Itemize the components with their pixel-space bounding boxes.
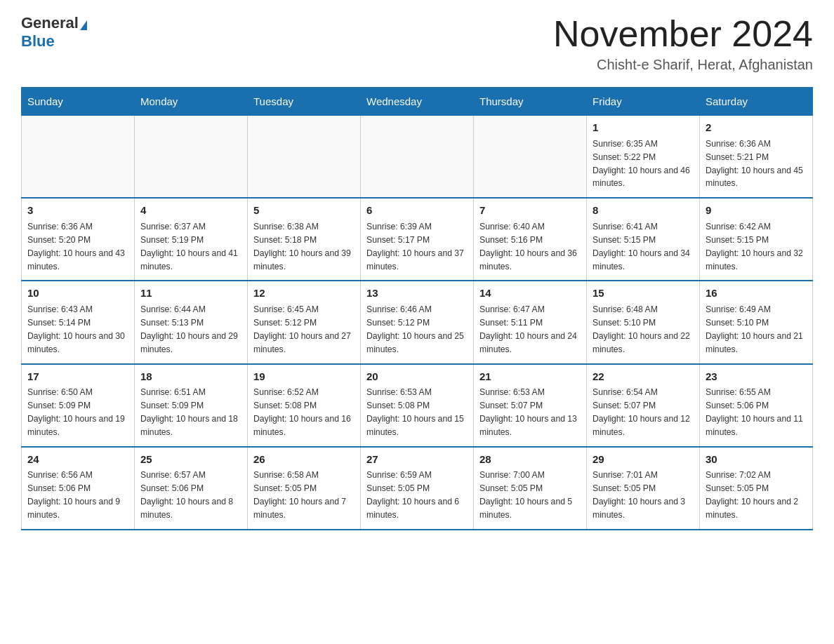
sun-info: Sunrise: 6:36 AMSunset: 5:20 PMDaylight:… (27, 220, 128, 274)
calendar-cell: 18Sunrise: 6:51 AMSunset: 5:09 PMDayligh… (135, 364, 248, 447)
day-number: 8 (593, 203, 694, 219)
page-header: General Blue November 2024 Chisht-e Shar… (21, 14, 813, 73)
sun-info: Sunrise: 6:54 AMSunset: 5:07 PMDaylight:… (593, 386, 694, 439)
calendar-cell: 14Sunrise: 6:47 AMSunset: 5:11 PMDayligh… (474, 281, 587, 363)
calendar-cell: 23Sunrise: 6:55 AMSunset: 5:06 PMDayligh… (700, 364, 813, 447)
sun-info: Sunrise: 7:00 AMSunset: 5:05 PMDaylight:… (479, 469, 581, 522)
day-header-tuesday: Tuesday (248, 88, 361, 115)
calendar-week-row: 1Sunrise: 6:35 AMSunset: 5:22 PMDaylight… (22, 115, 813, 198)
sun-info: Sunrise: 6:44 AMSunset: 5:13 PMDaylight:… (140, 303, 241, 356)
calendar-cell (361, 115, 474, 198)
sun-info: Sunrise: 6:58 AMSunset: 5:05 PMDaylight:… (253, 469, 355, 522)
location-text: Chisht-e Sharif, Herat, Afghanistan (553, 57, 813, 73)
sun-info: Sunrise: 6:50 AMSunset: 5:09 PMDaylight:… (27, 386, 128, 439)
sun-info: Sunrise: 6:35 AMSunset: 5:22 PMDaylight:… (593, 137, 694, 191)
calendar-cell (22, 115, 135, 198)
sun-info: Sunrise: 6:41 AMSunset: 5:15 PMDaylight:… (593, 220, 694, 274)
calendar-cell: 2Sunrise: 6:36 AMSunset: 5:21 PMDaylight… (700, 115, 813, 198)
day-number: 27 (366, 452, 468, 468)
calendar-cell: 16Sunrise: 6:49 AMSunset: 5:10 PMDayligh… (700, 281, 813, 363)
calendar-header-row: SundayMondayTuesdayWednesdayThursdayFrid… (22, 88, 813, 115)
calendar-cell: 3Sunrise: 6:36 AMSunset: 5:20 PMDaylight… (22, 198, 135, 281)
day-header-monday: Monday (135, 88, 248, 115)
logo-general-text: General (21, 14, 79, 32)
day-number: 11 (140, 286, 241, 302)
day-header-friday: Friday (587, 88, 700, 115)
calendar-cell: 15Sunrise: 6:48 AMSunset: 5:10 PMDayligh… (587, 281, 700, 363)
calendar-cell: 25Sunrise: 6:57 AMSunset: 5:06 PMDayligh… (135, 447, 248, 530)
day-number: 2 (706, 120, 807, 136)
logo-line1: General (21, 14, 87, 32)
logo-blue-text: Blue (21, 32, 55, 50)
day-number: 25 (140, 452, 241, 468)
calendar-cell: 4Sunrise: 6:37 AMSunset: 5:19 PMDaylight… (135, 198, 248, 281)
calendar-cell: 1Sunrise: 6:35 AMSunset: 5:22 PMDaylight… (587, 115, 700, 198)
sun-info: Sunrise: 7:02 AMSunset: 5:05 PMDaylight:… (706, 469, 807, 522)
sun-info: Sunrise: 6:53 AMSunset: 5:08 PMDaylight:… (366, 386, 468, 439)
day-header-thursday: Thursday (474, 88, 587, 115)
calendar-cell (474, 115, 587, 198)
calendar-cell (135, 115, 248, 198)
calendar-week-row: 17Sunrise: 6:50 AMSunset: 5:09 PMDayligh… (22, 364, 813, 447)
sun-info: Sunrise: 6:55 AMSunset: 5:06 PMDaylight:… (706, 386, 807, 439)
day-number: 14 (479, 286, 581, 302)
logo-triangle-icon (80, 20, 87, 30)
sun-info: Sunrise: 6:46 AMSunset: 5:12 PMDaylight:… (366, 303, 468, 356)
calendar-cell: 6Sunrise: 6:39 AMSunset: 5:17 PMDaylight… (361, 198, 474, 281)
sun-info: Sunrise: 6:56 AMSunset: 5:06 PMDaylight:… (27, 469, 128, 522)
day-number: 16 (706, 286, 807, 302)
day-number: 17 (27, 369, 128, 385)
calendar-cell: 12Sunrise: 6:45 AMSunset: 5:12 PMDayligh… (248, 281, 361, 363)
day-number: 9 (706, 203, 807, 219)
calendar-week-row: 3Sunrise: 6:36 AMSunset: 5:20 PMDaylight… (22, 198, 813, 281)
calendar-cell: 17Sunrise: 6:50 AMSunset: 5:09 PMDayligh… (22, 364, 135, 447)
day-number: 4 (140, 203, 241, 219)
day-number: 10 (27, 286, 128, 302)
day-number: 23 (706, 369, 807, 385)
sun-info: Sunrise: 6:43 AMSunset: 5:14 PMDaylight:… (27, 303, 128, 356)
calendar-cell: 29Sunrise: 7:01 AMSunset: 5:05 PMDayligh… (587, 447, 700, 530)
calendar-cell: 9Sunrise: 6:42 AMSunset: 5:15 PMDaylight… (700, 198, 813, 281)
day-number: 26 (253, 452, 355, 468)
calendar-cell: 13Sunrise: 6:46 AMSunset: 5:12 PMDayligh… (361, 281, 474, 363)
sun-info: Sunrise: 6:59 AMSunset: 5:05 PMDaylight:… (366, 469, 468, 522)
day-number: 29 (593, 452, 694, 468)
day-header-sunday: Sunday (22, 88, 135, 115)
sun-info: Sunrise: 6:45 AMSunset: 5:12 PMDaylight:… (253, 303, 355, 356)
sun-info: Sunrise: 6:51 AMSunset: 5:09 PMDaylight:… (140, 386, 241, 439)
sun-info: Sunrise: 6:48 AMSunset: 5:10 PMDaylight:… (593, 303, 694, 356)
calendar-cell: 28Sunrise: 7:00 AMSunset: 5:05 PMDayligh… (474, 447, 587, 530)
calendar-cell: 7Sunrise: 6:40 AMSunset: 5:16 PMDaylight… (474, 198, 587, 281)
day-number: 7 (479, 203, 581, 219)
calendar-cell: 22Sunrise: 6:54 AMSunset: 5:07 PMDayligh… (587, 364, 700, 447)
day-number: 13 (366, 286, 468, 302)
day-number: 28 (479, 452, 581, 468)
day-number: 24 (27, 452, 128, 468)
day-number: 6 (366, 203, 468, 219)
calendar-cell: 24Sunrise: 6:56 AMSunset: 5:06 PMDayligh… (22, 447, 135, 530)
sun-info: Sunrise: 6:47 AMSunset: 5:11 PMDaylight:… (479, 303, 581, 356)
day-number: 1 (593, 120, 694, 136)
sun-info: Sunrise: 6:40 AMSunset: 5:16 PMDaylight:… (479, 220, 581, 274)
sun-info: Sunrise: 6:57 AMSunset: 5:06 PMDaylight:… (140, 469, 241, 522)
sun-info: Sunrise: 6:49 AMSunset: 5:10 PMDaylight:… (706, 303, 807, 356)
day-number: 15 (593, 286, 694, 302)
day-number: 3 (27, 203, 128, 219)
day-number: 30 (706, 452, 807, 468)
day-number: 21 (479, 369, 581, 385)
sun-info: Sunrise: 6:38 AMSunset: 5:18 PMDaylight:… (253, 220, 355, 274)
calendar-week-row: 10Sunrise: 6:43 AMSunset: 5:14 PMDayligh… (22, 281, 813, 363)
sun-info: Sunrise: 7:01 AMSunset: 5:05 PMDaylight:… (593, 469, 694, 522)
day-number: 5 (253, 203, 355, 219)
day-number: 18 (140, 369, 241, 385)
month-title: November 2024 (553, 14, 813, 54)
sun-info: Sunrise: 6:36 AMSunset: 5:21 PMDaylight:… (706, 137, 807, 191)
calendar-cell: 19Sunrise: 6:52 AMSunset: 5:08 PMDayligh… (248, 364, 361, 447)
calendar-cell: 10Sunrise: 6:43 AMSunset: 5:14 PMDayligh… (22, 281, 135, 363)
day-number: 12 (253, 286, 355, 302)
sun-info: Sunrise: 6:52 AMSunset: 5:08 PMDaylight:… (253, 386, 355, 439)
calendar-cell: 20Sunrise: 6:53 AMSunset: 5:08 PMDayligh… (361, 364, 474, 447)
calendar-cell: 8Sunrise: 6:41 AMSunset: 5:15 PMDaylight… (587, 198, 700, 281)
title-block: November 2024 Chisht-e Sharif, Herat, Af… (553, 14, 813, 73)
day-number: 22 (593, 369, 694, 385)
